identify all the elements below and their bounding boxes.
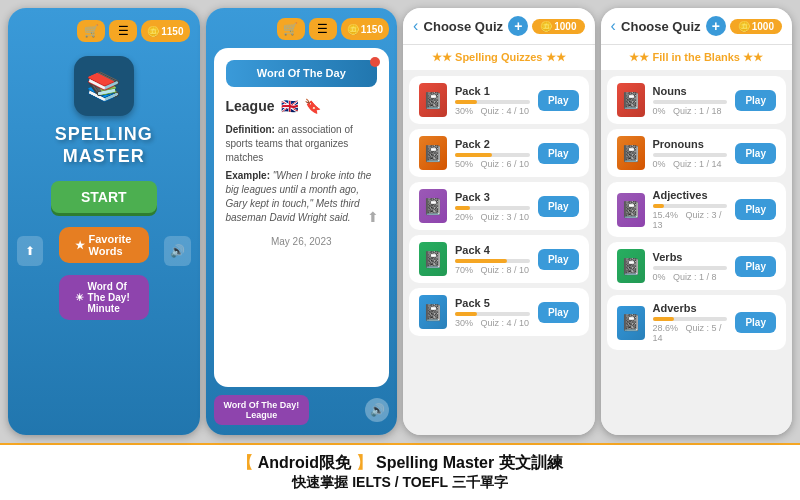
app-title-line1: SPELLING bbox=[55, 124, 153, 146]
menu-icon-2[interactable]: ☰ bbox=[309, 18, 337, 40]
wotd-card: Word Of The Day League 🇬🇧 🔖 Definition: … bbox=[214, 48, 390, 387]
coin-icon-3: 🪙 bbox=[540, 21, 552, 32]
fill-item: 📓 Pronouns 0% Quiz : 1 / 14 Play bbox=[607, 129, 787, 177]
progress-fill-3 bbox=[455, 259, 507, 263]
star-icon: ★ bbox=[75, 239, 85, 252]
fill-play-button-4[interactable]: Play bbox=[735, 312, 776, 333]
back-button-4[interactable]: ‹ bbox=[611, 17, 616, 35]
wotd-header: Word Of The Day bbox=[226, 60, 378, 87]
wotd-word-text: League bbox=[226, 97, 275, 117]
wotd-word-display: League 🇬🇧 🔖 bbox=[226, 97, 378, 117]
progress-fill-4 bbox=[455, 312, 477, 316]
quiz-item-info-0: Pack 1 30% Quiz : 4 / 10 bbox=[455, 85, 530, 116]
quiz-header-3: ‹ Choose Quiz + 🪙 1000 bbox=[403, 8, 595, 45]
progress-bar-0 bbox=[455, 100, 530, 104]
add-button-4[interactable]: + bbox=[706, 16, 726, 36]
quiz-item-name-3: Pack 4 bbox=[455, 244, 530, 256]
start-button[interactable]: START bbox=[51, 181, 157, 213]
app-title: SPELLING MASTER bbox=[55, 124, 153, 167]
fill-item-meta-4: 28.6% Quiz : 5 / 14 bbox=[653, 323, 728, 343]
share-side-btn[interactable]: ⬆ bbox=[17, 236, 43, 266]
fill-item: 📓 Nouns 0% Quiz : 1 / 18 Play bbox=[607, 76, 787, 124]
coin-icon-4: 🪙 bbox=[738, 21, 750, 32]
wotd-bottom-button[interactable]: Word Of The Day! League bbox=[214, 395, 310, 425]
wotd-button[interactable]: ☀ Word Of The Day! Minute bbox=[59, 275, 150, 320]
progress-fill-2 bbox=[455, 206, 470, 210]
speaker-icon[interactable]: 🔊 bbox=[365, 398, 389, 422]
example-block: Example: "When I broke into the big leag… bbox=[226, 169, 378, 225]
stars-left-3: ★★ bbox=[432, 51, 455, 63]
fill-book-icon-3: 📓 bbox=[617, 249, 645, 283]
quiz-item-meta-3: 70% Quiz : 8 / 10 bbox=[455, 265, 530, 275]
coin-count-1: 1150 bbox=[161, 26, 183, 37]
quiz-list-3: 📓 Pack 1 30% Quiz : 4 / 10 Play 📓 Pack 2 bbox=[403, 70, 595, 435]
bottom-word: League bbox=[224, 410, 300, 420]
phone-spelling-quizzes: ‹ Choose Quiz + 🪙 1000 ★★ Spelling Quizz… bbox=[403, 8, 595, 435]
progress-fill-0 bbox=[455, 100, 477, 104]
fill-play-button-3[interactable]: Play bbox=[735, 256, 776, 277]
title-rest: Spelling Master 英文訓練 bbox=[376, 454, 563, 471]
fill-item-info-2: Adjectives 15.4% Quiz : 3 / 13 bbox=[653, 189, 728, 230]
fill-item-meta-3: 0% Quiz : 1 / 8 bbox=[653, 272, 728, 282]
quiz-item-meta-1: 50% Quiz : 6 / 10 bbox=[455, 159, 530, 169]
progress-bar-3 bbox=[455, 259, 530, 263]
quiz-coin-3: 🪙 1000 bbox=[532, 19, 584, 34]
share-icon-card[interactable]: ⬆ bbox=[367, 208, 379, 228]
main-area: 🛒 ☰ 🪙 1150 📚 SPELLING MASTER ⬆ START ★ bbox=[0, 0, 800, 443]
book-icon-1: 📓 bbox=[419, 136, 447, 170]
phone2-bottom: Word Of The Day! League 🔊 bbox=[214, 395, 390, 425]
phone3-content: ‹ Choose Quiz + 🪙 1000 ★★ Spelling Quizz… bbox=[403, 8, 595, 435]
fill-progress-bar-4 bbox=[653, 317, 728, 321]
quiz-item-meta-0: 30% Quiz : 4 / 10 bbox=[455, 106, 530, 116]
progress-bar-1 bbox=[455, 153, 530, 157]
quiz-coin-4: 🪙 1000 bbox=[730, 19, 782, 34]
app-logo: 📚 bbox=[74, 56, 134, 116]
fill-progress-bar-3 bbox=[653, 266, 728, 270]
fill-item: 📓 Adjectives 15.4% Quiz : 3 / 13 Play bbox=[607, 182, 787, 237]
cart-icon[interactable]: 🛒 bbox=[77, 20, 105, 42]
coin-display-1: 🪙 1150 bbox=[141, 20, 189, 42]
fill-progress-bar-1 bbox=[653, 153, 728, 157]
quiz-item-name-4: Pack 5 bbox=[455, 297, 530, 309]
android-text: Android限免 bbox=[258, 454, 351, 471]
coin-display-2: 🪙 1150 bbox=[341, 18, 389, 40]
quiz-item: 📓 Pack 4 70% Quiz : 8 / 10 Play bbox=[409, 235, 589, 283]
coin-icon-1: 🪙 bbox=[147, 26, 159, 37]
fill-item-name-2: Adjectives bbox=[653, 189, 728, 201]
fill-book-icon-1: 📓 bbox=[617, 136, 645, 170]
fill-progress-bar-2 bbox=[653, 204, 728, 208]
fill-play-button-0[interactable]: Play bbox=[735, 90, 776, 111]
fill-play-button-1[interactable]: Play bbox=[735, 143, 776, 164]
quiz-item-info-4: Pack 5 30% Quiz : 4 / 10 bbox=[455, 297, 530, 328]
quiz-item-name-1: Pack 2 bbox=[455, 138, 530, 150]
favorite-words-button[interactable]: ★ Favorite Words bbox=[59, 227, 150, 263]
speaker-side-btn[interactable]: 🔊 bbox=[164, 236, 190, 266]
bracket-close: 】 bbox=[356, 454, 372, 471]
play-button-0[interactable]: Play bbox=[538, 90, 579, 111]
wotd-date: May 26, 2023 bbox=[226, 235, 378, 249]
example-label: Example: bbox=[226, 170, 273, 181]
play-button-4[interactable]: Play bbox=[538, 302, 579, 323]
menu-icon[interactable]: ☰ bbox=[109, 20, 137, 42]
quiz-item-meta-2: 20% Quiz : 3 / 10 bbox=[455, 212, 530, 222]
back-button-3[interactable]: ‹ bbox=[413, 17, 418, 35]
stars-right-4: ★★ bbox=[743, 51, 763, 63]
fill-item-name-3: Verbs bbox=[653, 251, 728, 263]
stars-left-4: ★★ bbox=[629, 51, 652, 63]
progress-bar-4 bbox=[455, 312, 530, 316]
fill-progress-fill-4 bbox=[653, 317, 674, 321]
play-button-2[interactable]: Play bbox=[538, 196, 579, 217]
fill-item-info-1: Pronouns 0% Quiz : 1 / 14 bbox=[653, 138, 728, 169]
cart-icon-2[interactable]: 🛒 bbox=[277, 18, 305, 40]
wotd-header-text: Word Of The Day bbox=[257, 67, 346, 79]
play-button-3[interactable]: Play bbox=[538, 249, 579, 270]
quiz-item: 📓 Pack 1 30% Quiz : 4 / 10 Play bbox=[409, 76, 589, 124]
play-button-1[interactable]: Play bbox=[538, 143, 579, 164]
fill-progress-fill-2 bbox=[653, 204, 665, 208]
phone1-topbar: 🛒 ☰ 🪙 1150 bbox=[18, 20, 190, 42]
bottom-line2: 快速掌握 IELTS / TOEFL 三千單字 bbox=[16, 474, 784, 492]
quiz-list-4: 📓 Nouns 0% Quiz : 1 / 18 Play 📓 Pronouns bbox=[601, 70, 793, 435]
add-button-3[interactable]: + bbox=[508, 16, 528, 36]
fill-play-button-2[interactable]: Play bbox=[735, 199, 776, 220]
quiz-item: 📓 Pack 3 20% Quiz : 3 / 10 Play bbox=[409, 182, 589, 230]
